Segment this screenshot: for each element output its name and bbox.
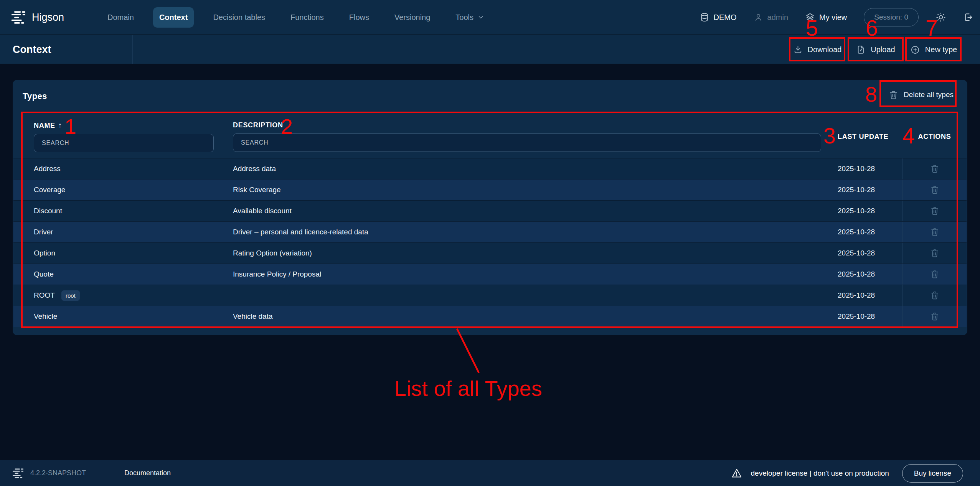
type-last-update: 2025-10-28 (825, 201, 902, 221)
trash-icon (930, 227, 940, 237)
higson-footer-logo-icon (13, 468, 23, 478)
download-button[interactable]: Download (790, 38, 845, 61)
trash-icon (930, 206, 940, 216)
trash-icon (930, 185, 940, 195)
panel-title: Types (23, 91, 47, 101)
trash-icon (930, 311, 940, 321)
name-column-label: NAME (34, 122, 55, 130)
trash-icon (930, 290, 940, 300)
user-menu[interactable]: admin (754, 13, 788, 22)
actions-column-label: ACTIONS (902, 115, 967, 158)
type-name: Driver (34, 228, 53, 236)
database-icon (700, 12, 709, 22)
description-column-header: DESCRIPTION (233, 115, 825, 158)
table-row[interactable]: ROOT root 2025-10-28 (13, 285, 967, 306)
type-last-update: 2025-10-28 (825, 158, 902, 179)
brand-logo[interactable]: Higson (0, 0, 85, 35)
nav-item-versioning[interactable]: Versioning (388, 7, 436, 28)
table-header: NAME ↑ DESCRIPTION LAST UPDATE ACTIONS (13, 115, 967, 158)
types-panel: Types Delete all types NAME ↑ DESCRIPTIO… (13, 80, 967, 335)
type-last-update: 2025-10-28 (825, 264, 902, 285)
nav-item-functions[interactable]: Functions (284, 7, 330, 28)
type-last-update: 2025-10-28 (825, 243, 902, 264)
header-divider (132, 35, 133, 64)
type-description: Insurance Policy / Proposal (233, 264, 825, 285)
nav-item-domain[interactable]: Domain (101, 7, 140, 28)
table-row[interactable]: Coverage Risk Coverage 2025-10-28 (13, 179, 967, 200)
root-badge: root (61, 290, 80, 301)
top-nav: Higson Domain Context Decision tables Fu… (0, 0, 980, 35)
table-row[interactable]: Address Address data 2025-10-28 (13, 158, 967, 179)
type-description: Vehicle data (233, 306, 825, 327)
download-label: Download (808, 45, 842, 54)
type-last-update: 2025-10-28 (825, 180, 902, 200)
theme-toggle-button[interactable] (935, 12, 946, 23)
new-type-button[interactable]: New type (906, 38, 961, 61)
types-table-body: Address Address data 2025-10-28 Coverage… (13, 158, 967, 327)
nav-item-flows[interactable]: Flows (343, 7, 375, 28)
nav-item-label: Functions (290, 13, 324, 22)
name-search-input[interactable] (34, 134, 214, 152)
page-title: Context (13, 44, 51, 56)
nav-item-label: Flows (349, 13, 369, 22)
page-header: Context Download Upload New type (0, 35, 980, 64)
user-label: admin (767, 13, 788, 22)
type-name: Quote (34, 270, 54, 278)
license-warning-text: developer license | don't use on product… (751, 469, 889, 478)
delete-type-button[interactable] (930, 206, 940, 216)
session-button[interactable]: Session: 0 (864, 8, 919, 26)
table-row[interactable]: Option Rating Option (variation) 2025-10… (13, 242, 967, 264)
delete-all-types-button[interactable]: Delete all types (888, 83, 954, 107)
plus-circle-icon (910, 45, 920, 55)
nav-item-decision-tables[interactable]: Decision tables (207, 7, 271, 28)
domain-label: DEMO (714, 13, 737, 22)
domain-selector[interactable]: DEMO (700, 12, 737, 22)
logout-button[interactable] (963, 12, 974, 23)
name-column-header: NAME ↑ (34, 115, 233, 158)
chevron-down-icon (477, 14, 484, 21)
type-last-update: 2025-10-28 (825, 285, 902, 306)
description-search-input[interactable] (233, 133, 821, 152)
sort-ascending-icon: ↑ (58, 121, 62, 130)
trash-icon (930, 269, 940, 279)
delete-type-button[interactable] (930, 290, 940, 300)
nav-item-label: Domain (107, 13, 134, 22)
type-name: Coverage (34, 186, 65, 194)
buy-license-button[interactable]: Buy license (902, 464, 963, 483)
delete-type-button[interactable] (930, 248, 940, 258)
description-sort-header[interactable]: DESCRIPTION (233, 121, 825, 129)
type-name: Option (34, 249, 55, 257)
delete-type-button[interactable] (930, 311, 940, 321)
table-row[interactable]: Vehicle Vehicle data 2025-10-28 (13, 306, 967, 327)
delete-type-button[interactable] (930, 227, 940, 237)
layers-icon (805, 12, 815, 22)
nav-item-context[interactable]: Context (153, 7, 194, 28)
upload-button[interactable]: Upload (849, 38, 902, 61)
type-last-update: 2025-10-28 (825, 222, 902, 242)
type-description: Risk Coverage (233, 180, 825, 200)
my-view-button[interactable]: My view (805, 12, 847, 22)
documentation-link[interactable]: Documentation (124, 469, 171, 477)
type-description: Driver – personal and licence-related da… (233, 222, 825, 242)
higson-logo-icon (12, 11, 25, 24)
last-update-column-label: LAST UPDATE (825, 115, 902, 158)
table-row[interactable]: Quote Insurance Policy / Proposal 2025-1… (13, 264, 967, 285)
name-sort-header[interactable]: NAME ↑ (34, 121, 233, 130)
new-type-label: New type (925, 45, 957, 54)
download-icon (793, 45, 803, 54)
table-row[interactable]: Discount Available discount 2025-10-28 (13, 200, 967, 221)
delete-type-button[interactable] (930, 269, 940, 279)
delete-type-button[interactable] (930, 164, 940, 174)
nav-item-tools[interactable]: Tools (449, 7, 490, 28)
description-column-label: DESCRIPTION (233, 121, 283, 129)
delete-type-button[interactable] (930, 185, 940, 195)
table-row[interactable]: Driver Driver – personal and licence-rel… (13, 221, 967, 242)
upload-file-icon (856, 45, 866, 54)
nav-menu: Domain Context Decision tables Functions… (85, 7, 490, 28)
brand-name: Higson (32, 12, 64, 23)
sun-icon (935, 12, 946, 23)
warning-icon (731, 468, 742, 479)
nav-right: DEMO admin My view Session: 0 (700, 8, 980, 26)
delete-all-types-label: Delete all types (904, 91, 954, 99)
upload-label: Upload (871, 45, 895, 54)
